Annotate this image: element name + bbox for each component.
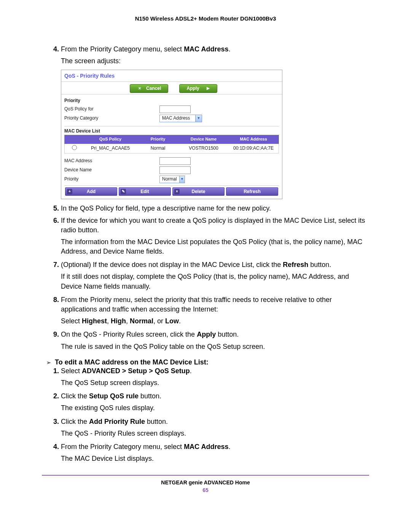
ss-body: Priority QoS Policy for Priority Categor… (61, 94, 282, 199)
b-step-2: Click the Setup QoS rule button. The exi… (61, 391, 369, 413)
action-bar: + Add ✎ Edit × Delete Refresh (64, 185, 279, 196)
s8-sub-c: , (107, 317, 111, 325)
s8-bold-1: Highest (82, 317, 107, 325)
priority-category-select[interactable]: MAC Address ▼ (159, 115, 202, 122)
step-8: From the Priority menu, select the prior… (61, 295, 369, 326)
td-devname: VOSTRO1500 (179, 144, 228, 153)
step-7-sub: If it still does not display, complete t… (61, 272, 369, 291)
b3-bold: Add Priority Rule (89, 418, 145, 425)
b-step-1: Select ADVANCED > Setup > QoS Setup. The… (61, 366, 369, 388)
th-mac: MAC Address (228, 135, 279, 143)
th-devname: Device Name (179, 135, 228, 143)
priority-category-label: Priority Category (64, 115, 159, 121)
refresh-button[interactable]: Refresh (226, 187, 278, 196)
subsection-head: ➢ To edit a MAC address on the MAC Devic… (46, 358, 369, 366)
priority-section-label: Priority (64, 97, 279, 104)
chevron-down-icon: ▼ (195, 115, 202, 122)
mac-address-label: MAC Address (64, 158, 159, 164)
triangle-right-icon: ➢ (46, 359, 51, 366)
b4-sub: The MAC Device List displays. (61, 454, 369, 463)
mac-device-list-label: MAC Device List (64, 126, 279, 134)
step-4-sub: The screen adjusts: (61, 56, 369, 66)
step-6-sub: The information from the MAC Device List… (61, 237, 369, 256)
b3-text-a: Click the (61, 418, 89, 425)
priority-row: Priority Normal ▼ (64, 176, 279, 183)
step-5: In the QoS Policy for field, type a desc… (61, 204, 369, 213)
close-icon: × (174, 189, 180, 194)
step-9-bold: Apply (197, 331, 216, 338)
refresh-button-label: Refresh (244, 189, 261, 195)
step-9-text-a: On the QoS - Priority Rules screen, clic… (61, 331, 197, 338)
step-7-text-a: (Optional) If the device does not displa… (61, 261, 283, 268)
s8-sub-i: . (179, 317, 181, 325)
ss-button-bar: × Cancel Apply ▶ (61, 81, 282, 94)
delete-button-label: Delete (191, 189, 205, 195)
step-6-text: If the device for which you want to crea… (61, 217, 365, 234)
step-4-bold: MAC Address (184, 45, 228, 53)
doc-title: N150 Wireless ADSL2+ Modem Router DGN100… (42, 15, 369, 22)
ss-title: QoS - Priority Rules (61, 70, 282, 81)
s8-sub-g: , or (153, 317, 165, 325)
step-4-text-a: From the Priority Category menu, select (61, 45, 184, 53)
footer-rule (42, 475, 369, 476)
s8-sub-a: Select (61, 317, 82, 325)
cancel-button[interactable]: × Cancel (130, 84, 168, 93)
b1-bold: ADVANCED > Setup > QoS Setup (82, 367, 190, 375)
priority-select-value: Normal (160, 176, 179, 182)
step-4: From the Priority Category menu, select … (61, 45, 369, 199)
device-name-label: Device Name (64, 167, 159, 173)
delete-button[interactable]: × Delete (172, 187, 225, 196)
pencil-icon: ✎ (121, 189, 126, 194)
edit-button-label: Edit (140, 189, 149, 195)
b-step-3: Click the Add Priority Rule button. The … (61, 417, 369, 438)
b2-text-a: Click the (61, 392, 89, 400)
priority-label: Priority (64, 176, 159, 182)
step-9-text-b: button. (216, 331, 239, 338)
close-icon: × (137, 85, 142, 92)
b3-sub: The QoS - Priority Rules screen displays… (61, 429, 369, 438)
b1-text-a: Select (61, 367, 82, 375)
cancel-button-label: Cancel (146, 85, 161, 92)
s8-bold-4: Low (165, 317, 179, 325)
qos-policy-for-row: QoS Policy for (64, 105, 279, 113)
b4-text-b: . (228, 443, 230, 451)
instruction-list-a: From the Priority Category menu, select … (61, 45, 369, 351)
td-policy: Pri_MAC_ACAAE5 (84, 144, 137, 153)
b4-bold: MAC Address (184, 443, 228, 451)
qos-policy-for-input[interactable] (159, 105, 191, 113)
th-priority: Priority (137, 135, 179, 143)
document-page: N150 Wireless ADSL2+ Modem Router DGN100… (0, 0, 411, 505)
qos-policy-for-label: QoS Policy for (64, 106, 159, 112)
device-name-row: Device Name (64, 166, 279, 174)
footer-text: NETGEAR genie ADVANCED Home (42, 479, 369, 486)
b-step-4: From the Priority Category menu, select … (61, 442, 369, 463)
b4-text-a: From the Priority Category menu, select (61, 443, 184, 451)
mac-address-input[interactable] (159, 157, 191, 165)
step-9-sub: The rule is saved in the QoS Policy tabl… (61, 342, 369, 351)
step-6: If the device for which you want to crea… (61, 216, 369, 257)
apply-button-label: Apply (186, 85, 199, 92)
b1-text-b: . (190, 367, 192, 375)
step-8-sub: Select Highest, High, Normal, or Low. (61, 316, 369, 326)
qos-screenshot: QoS - Priority Rules × Cancel Apply ▶ Pr… (61, 70, 282, 199)
add-button[interactable]: + Add (65, 187, 117, 196)
apply-button[interactable]: Apply ▶ (179, 84, 217, 93)
step-9: On the QoS - Priority Rules screen, clic… (61, 330, 369, 351)
th-policy: QoS Policy (84, 135, 137, 143)
step-7-bold: Refresh (283, 261, 308, 268)
step-5-text: In the QoS Policy for field, type a desc… (61, 204, 271, 212)
mac-table-row: Pri_MAC_ACAAE5 Normal VOSTRO1500 00:1D:0… (64, 144, 279, 153)
step-7-text-b: button. (308, 261, 331, 268)
add-button-label: Add (87, 189, 96, 195)
page-number: 65 (42, 487, 369, 493)
edit-button[interactable]: ✎ Edit (119, 187, 171, 196)
priority-select[interactable]: Normal ▼ (159, 176, 185, 183)
s8-bold-3: Normal (130, 317, 153, 325)
step-4-text-b: . (228, 45, 230, 53)
device-name-input[interactable] (159, 166, 191, 174)
row-radio[interactable] (72, 145, 77, 150)
b2-bold: Setup QoS rule (89, 392, 139, 400)
plus-icon: + (67, 189, 72, 194)
s8-bold-2: High (111, 317, 126, 325)
priority-category-value: MAC Address (160, 115, 195, 121)
